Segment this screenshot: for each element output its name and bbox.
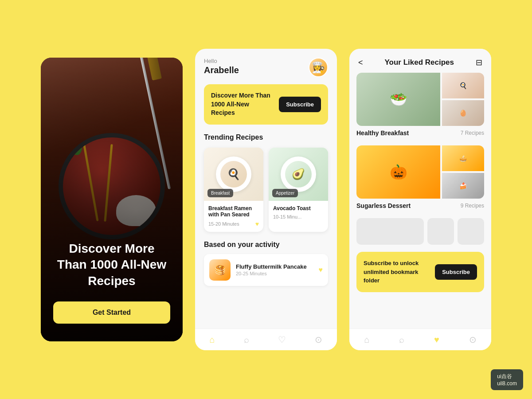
recipe-time-row-2: 10-15 Minu...	[273, 214, 324, 219]
thumb-emoji-1b: 🥚	[459, 110, 467, 117]
subscribe-banner-text: Discover More Than 1000 All-New Recipes	[211, 91, 274, 117]
ramen-emoji: 🍳	[227, 168, 240, 180]
home-icon-2: ⌂	[210, 335, 215, 345]
dessert-emoji: 🎃	[390, 164, 407, 180]
watermark: ui垚谷 uil8.com	[491, 369, 523, 390]
breakfast-emoji: 🥗	[390, 91, 407, 108]
subscribe-banner-3-text: Subscribe to unlock unlimited bookmark f…	[364, 259, 428, 285]
locked-folders-row	[356, 218, 484, 245]
heart-icon-nav-2: ♡	[278, 334, 286, 345]
nav-home-2[interactable]: ⌂	[210, 335, 215, 345]
screen-liked: < Your Liked Recipes ⊟ 🥗 🍳 🥚	[349, 49, 491, 350]
greeting-block: Hello Arabelle	[204, 58, 239, 75]
nav-search-2[interactable]: ⌕	[244, 335, 249, 345]
folder-meta-1: Healthy Breakfast 7 Recipes	[356, 129, 484, 137]
nav-search-3[interactable]: ⌕	[399, 335, 404, 345]
heart-icon-nav-3: ♥	[434, 335, 439, 345]
activity-item-1[interactable]: 🥞 Fluffy Buttermilk Pancake 20-25 Minute…	[204, 254, 328, 286]
recipe-tag-2: Appetizer	[272, 189, 298, 197]
screen1-content: Discover More Than 1000 All-New Recipes …	[41, 227, 183, 341]
folder-grid-2: 🎃 🥧 🍰	[356, 145, 484, 199]
avocado-emoji: 🥑	[292, 168, 305, 180]
profile-icon-3: ⊙	[469, 334, 477, 345]
folder-main-img-2: 🎃	[356, 145, 440, 199]
subscribe-banner: Discover More Than 1000 All-New Recipes …	[204, 84, 328, 125]
nav-heart-2[interactable]: ♡	[278, 334, 286, 345]
heart-icon-1[interactable]: ♥	[255, 220, 259, 227]
subscribe-banner-3: Subscribe to unlock unlimited bookmark f…	[356, 252, 484, 292]
folder-sugarless-dessert[interactable]: 🎃 🥧 🍰 Sugarless Dessert 9 Recipes	[356, 145, 484, 209]
search-icon-3: ⌕	[399, 335, 404, 345]
screen2-header: Hello Arabelle 👩‍🍳	[204, 58, 328, 77]
ramen-food: 🍳	[220, 161, 247, 188]
back-button[interactable]: <	[358, 58, 363, 67]
recipe-time-row-1: 15-20 Minutes ♥	[208, 220, 259, 227]
greeting-name: Arabelle	[204, 65, 239, 75]
folder-name-1: Healthy Breakfast	[356, 129, 409, 137]
bottom-nav-screen3: ⌂ ⌕ ♥ ⊙	[349, 329, 491, 350]
locked-placeholder-3	[458, 218, 484, 245]
folder-count-2: 9 Recipes	[461, 203, 484, 209]
activity-recipe-time: 20-25 Minutes	[236, 271, 307, 276]
screens-container: Discover More Than 1000 All-New Recipes …	[14, 31, 518, 368]
folder-thumb-2b: 🍰	[442, 173, 484, 199]
thumb-emoji-1a: 🍳	[459, 82, 467, 89]
folder-healthy-breakfast[interactable]: 🥗 🍳 🥚 Healthy Breakfast 7 Recipes	[356, 73, 484, 137]
screen1-title: Discover More Than 1000 All-New Recipes	[53, 241, 170, 289]
folder-name-2: Sugarless Dessert	[356, 202, 411, 209]
search-icon-2: ⌕	[244, 335, 249, 345]
nav-home-3[interactable]: ⌂	[364, 335, 369, 345]
pancake-image: 🥞	[209, 259, 231, 281]
recipe-card-2[interactable]: 🥑 Appetizer Avocado Toast 10-15 Minu...	[269, 148, 328, 232]
recipe-time-1: 15-20 Minutes	[208, 221, 239, 227]
user-avatar[interactable]: 👩‍🍳	[309, 58, 328, 77]
folder-thumb-1b: 🥚	[442, 100, 484, 126]
avocado-plate: 🥑	[281, 156, 316, 192]
locked-placeholder-2	[427, 218, 454, 245]
home-icon-3: ⌂	[364, 335, 369, 345]
screen3-header: < Your Liked Recipes ⊟	[349, 49, 491, 73]
screen-splash: Discover More Than 1000 All-New Recipes …	[41, 58, 183, 341]
nav-heart-3[interactable]: ♥	[434, 335, 439, 345]
watermark-line1: ui垚谷	[497, 373, 517, 380]
pancake-emoji: 🥞	[215, 265, 226, 275]
folder-thumb-2a: 🥧	[442, 145, 484, 171]
profile-icon-2: ⊙	[315, 334, 322, 345]
ramen-plate: 🍳	[216, 156, 251, 192]
screen3-body: 🥗 🍳 🥚 Healthy Breakfast 7 Recipes	[349, 73, 491, 329]
thumb-emoji-2b: 🍰	[459, 182, 467, 189]
folder-count-1: 7 Recipes	[461, 130, 484, 136]
recipe-card-1[interactable]: 🍳 Breakfast Breakfast Ramen with Pan Sea…	[204, 148, 263, 232]
recipe-card-2-image: 🥑 Appetizer	[269, 148, 328, 201]
trending-recipes-row: 🍳 Breakfast Breakfast Ramen with Pan Sea…	[204, 148, 328, 232]
recipe-card-1-image: 🍳 Breakfast	[204, 148, 263, 201]
folder-grid-1: 🥗 🍳 🥚	[356, 73, 484, 126]
avatar-emoji: 👩‍🍳	[312, 61, 325, 74]
filter-icon[interactable]: ⊟	[476, 58, 482, 67]
recipe-title-1: Breakfast Ramen with Pan Seared	[208, 205, 259, 218]
nav-profile-2[interactable]: ⊙	[315, 334, 322, 345]
screen3-title: Your Liked Recipes	[385, 58, 454, 67]
trending-title: Trending Recipes	[204, 133, 328, 141]
recipe-card-1-body: Breakfast Ramen with Pan Seared 15-20 Mi…	[204, 201, 263, 232]
activity-heart-icon[interactable]: ♥	[319, 266, 323, 274]
subscribe-button[interactable]: Subscribe	[279, 97, 321, 112]
greeting-hello: Hello	[204, 58, 239, 64]
activity-title: Based on your activity	[204, 241, 328, 249]
subscribe-button-3[interactable]: Subscribe	[435, 264, 477, 280]
locked-placeholder-1	[356, 218, 424, 245]
activity-info: Fluffy Buttermilk Pancake 20-25 Minutes	[236, 263, 307, 276]
recipe-card-2-body: Avocado Toast 10-15 Minu...	[269, 201, 328, 224]
recipe-title-2: Avocado Toast	[273, 205, 324, 211]
bottom-nav-screen2: ⌂ ⌕ ♡ ⊙	[195, 329, 337, 350]
recipe-tag-1: Breakfast	[207, 189, 233, 197]
folder-meta-2: Sugarless Dessert 9 Recipes	[356, 202, 484, 209]
get-started-button[interactable]: Get Started	[53, 301, 170, 324]
activity-recipe-title: Fluffy Buttermilk Pancake	[236, 263, 307, 270]
recipe-time-2: 10-15 Minu...	[273, 214, 301, 219]
screen2-body: Hello Arabelle 👩‍🍳 Discover More Than 10…	[195, 49, 337, 329]
nav-profile-3[interactable]: ⊙	[469, 334, 477, 345]
avocado-food: 🥑	[285, 161, 312, 188]
screen-home: Hello Arabelle 👩‍🍳 Discover More Than 10…	[195, 49, 337, 350]
thumb-emoji-2a: 🥧	[459, 155, 467, 162]
